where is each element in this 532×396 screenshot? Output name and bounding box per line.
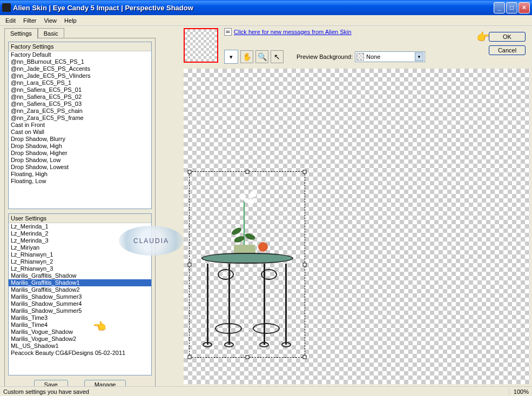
hand-tool[interactable]: ✋ [240, 50, 253, 63]
window-title: Alien Skin | Eye Candy 5 Impact | Perspe… [13, 4, 494, 12]
list-item[interactable]: Drop Shadow, Lowest [9, 164, 151, 171]
list-item[interactable]: Lz_Merinda_1 [9, 223, 151, 230]
list-item[interactable]: ML_US_Shadow1 [9, 343, 151, 350]
status-text: Custom settings you have saved [3, 388, 89, 395]
zoom-level: 100% [509, 388, 529, 395]
list-item[interactable]: Peacock Beauty CG&FDesigns 05-02-2011 [9, 350, 151, 357]
selection-bounds[interactable] [189, 171, 305, 358]
statusbar: Custom settings you have saved 100% [0, 386, 532, 396]
settings-panel: Factory Settings Factory Default@nn_BBur… [4, 38, 156, 396]
cancel-button[interactable]: Cancel [489, 45, 526, 55]
list-item[interactable]: Drop Shadow, Low [9, 157, 151, 164]
list-item[interactable]: Marilis_Time3 [9, 314, 151, 321]
tab-basic[interactable]: Basic [38, 28, 64, 39]
list-item[interactable]: Drop Shadow, High [9, 143, 151, 150]
list-item[interactable]: Factory Default [9, 51, 151, 58]
list-item[interactable]: Lz_Rhianwyn_2 [9, 258, 151, 265]
menu-edit[interactable]: Edit [2, 16, 19, 25]
transparency-swatch-icon [356, 53, 364, 61]
list-item[interactable]: Marilis_Graffitis_Shadow1 [9, 279, 151, 286]
list-item[interactable]: Marilis_Graffitis_Shadow [9, 272, 151, 279]
list-item[interactable]: Lz_Merinda_2 [9, 230, 151, 237]
pointer-tool[interactable]: ↖ [271, 50, 284, 63]
list-item[interactable]: Lz_Merinda_3 [9, 237, 151, 244]
menu-help[interactable]: Help [61, 16, 80, 25]
navigator-dropdown[interactable]: ▾ [224, 50, 238, 64]
list-item[interactable]: Lz_Rhianwyn_3 [9, 265, 151, 272]
preview-bg-label: Preview Background: [297, 53, 353, 60]
list-item[interactable]: Cast in Front [9, 122, 151, 129]
alien-skin-messages-link[interactable]: Click here for new messages from Alien S… [234, 29, 352, 35]
list-item[interactable]: Marilis_Vogue_Shadow [9, 328, 151, 335]
tabs: Settings Basic [4, 28, 64, 39]
preview-bg-value: None [366, 53, 380, 60]
list-item[interactable]: @nn_Zara_EC5_PS_chain [9, 108, 151, 115]
preview-bg-select[interactable]: None ▼ [355, 51, 425, 62]
list-item[interactable]: Marilis_Shadow_Summer4 [9, 300, 151, 307]
pointing-hand-icon: 👉 [476, 30, 490, 43]
preview-toolbar: ▾ ✋ 🔍 ↖ Preview Background: None ▼ [224, 50, 425, 64]
menu-view[interactable]: View [41, 16, 60, 25]
list-item[interactable]: @nn_Safiera_EC5_PS_03 [9, 100, 151, 108]
list-item[interactable]: @nn_BBurnout_EC5_PS_1 [9, 58, 151, 65]
preview-area: ✉ Click here for new messages from Alien… [162, 28, 530, 384]
tab-settings[interactable]: Settings [4, 28, 38, 39]
list-item[interactable]: @nn_Jade_EC5_PS_Accents [9, 65, 151, 72]
ok-button[interactable]: OK [489, 32, 526, 42]
chevron-down-icon: ▼ [415, 52, 423, 61]
minimize-button[interactable]: _ [494, 2, 505, 14]
list-item[interactable]: Drop Shadow, Higher [9, 150, 151, 157]
preview-canvas[interactable] [184, 69, 530, 384]
list-item[interactable]: @nn_Jade_EC5_PS_Vlinders [9, 72, 151, 79]
list-item[interactable]: Marilis_Vogue_Shadow2 [9, 335, 151, 343]
factory-settings-list[interactable]: Factory Settings Factory Default@nn_BBur… [8, 42, 152, 209]
list-item[interactable]: Floating, High [9, 171, 151, 178]
app-icon [2, 3, 11, 12]
list-item[interactable]: @nn_Safiera_EC5_PS_02 [9, 93, 151, 100]
list-item[interactable]: Marilis_Graffitis_Shadow2 [9, 286, 151, 293]
factory-header: Factory Settings [9, 42, 151, 51]
zoom-tool[interactable]: 🔍 [255, 50, 268, 63]
titlebar: Alien Skin | Eye Candy 5 Impact | Perspe… [0, 0, 532, 15]
list-item[interactable]: Cast on Wall [9, 129, 151, 136]
user-header: User Settings [9, 214, 151, 223]
list-item[interactable]: @nn_Safiera_EC5_PS_01 [9, 86, 151, 93]
preview-image [196, 172, 299, 355]
list-item[interactable]: Drop Shadow, Blurry [9, 136, 151, 143]
menu-filter[interactable]: Filter [20, 16, 39, 25]
close-button[interactable]: × [518, 2, 530, 14]
message-icon: ✉ [224, 28, 232, 36]
list-item[interactable]: Lz_Rhianwyn_1 [9, 251, 151, 258]
list-item[interactable]: Marilis_Time4 [9, 321, 151, 328]
list-item[interactable]: @nn_Zara_EC5_PS_frame [9, 115, 151, 122]
list-item[interactable]: Marilis_Shadow_Summer3 [9, 293, 151, 300]
maximize-button[interactable]: □ [506, 2, 517, 14]
menubar: Edit Filter View Help [0, 15, 532, 26]
list-item[interactable]: @nn_Lara_EC5_PS_1 [9, 79, 151, 86]
list-item[interactable]: Lz_Miriyan [9, 244, 151, 251]
user-settings-list[interactable]: User Settings Lz_Merinda_1Lz_Merinda_2Lz… [8, 213, 152, 375]
list-item[interactable]: Marilis_Shadow_Summer5 [9, 307, 151, 314]
navigator-thumbnail[interactable] [184, 28, 218, 63]
list-item[interactable]: Floating, Low [9, 178, 151, 185]
